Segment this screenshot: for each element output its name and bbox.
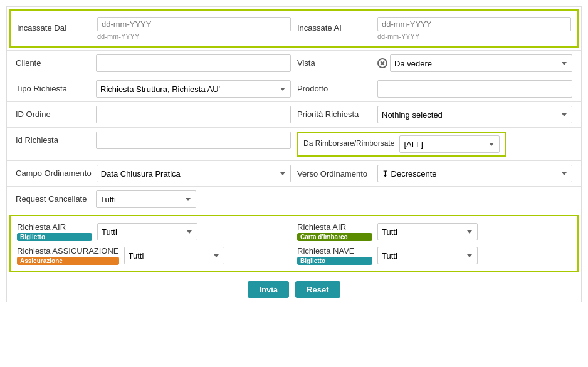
- air-biglietto-label: Richiesta AIR: [17, 222, 92, 232]
- bottom-section: Richiesta AIR Biglietto Tutti Richiesta …: [9, 215, 579, 272]
- nave-badge: Biglietto: [297, 257, 372, 265]
- campo-ordinamento-col: Campo Ordinamento Data Chiusura Pratica: [16, 165, 291, 182]
- prodotto-input[interactable]: [377, 80, 572, 98]
- vista-col: Vista Da vedere: [297, 54, 572, 72]
- air-carta-label: Richiesta AIR: [297, 222, 372, 232]
- air-biglietto-col: Richiesta AIR Biglietto Tutti: [17, 222, 291, 241]
- carta-badge: Carta d'imbarco: [297, 233, 372, 241]
- assicurazione-col: Richiesta ASSICURAZIONE Assicurazione Tu…: [17, 246, 291, 265]
- assicurazione-nave-row: Richiesta ASSICURAZIONE Assicurazione Tu…: [17, 244, 571, 267]
- vista-select[interactable]: Da vedere: [390, 54, 572, 72]
- assicurazione-select[interactable]: Tutti: [124, 247, 224, 264]
- idordine-priorita-row: ID Ordine Priorità Richiesta Nothing sel…: [7, 102, 581, 127]
- priorita-col: Priorità Richiesta Nothing selected: [297, 106, 572, 123]
- id-richiesta-col: Id Richiesta: [16, 132, 291, 149]
- verso-ordinamento-col: Verso Ordinamento ↧ Decrescente: [297, 165, 572, 182]
- tipo-richiesta-col: Tipo Richiesta Richiesta Struttura, Rich…: [16, 80, 291, 98]
- incassate-dal-label: Incassate Dal: [17, 23, 92, 34]
- request-cancellate-select[interactable]: Tutti: [96, 190, 196, 208]
- vista-select-wrapper: Da vedere: [377, 54, 572, 72]
- da-rimborsare-label: Da Rimborsare/Rimborsate: [303, 139, 394, 149]
- incassate-al-col: Incassate AI dd-mm-YYYY: [297, 17, 571, 40]
- campo-verso-row: Campo Ordinamento Data Chiusura Pratica …: [7, 161, 581, 186]
- incassate-al-label: Incassate AI: [297, 23, 372, 34]
- id-richiesta-label: Id Richiesta: [16, 135, 91, 146]
- incassate-dal-input[interactable]: [97, 17, 291, 31]
- assicurazione-label: Richiesta ASSICURAZIONE: [17, 246, 119, 256]
- circle-x-icon: [377, 58, 387, 68]
- air-biglietto-label-group: Richiesta AIR Biglietto: [17, 222, 92, 241]
- idrichiesta-rimborsare-row: Id Richiesta Da Rimborsare/Rimborsate [A…: [7, 128, 581, 160]
- prodotto-col: Prodotto: [297, 80, 572, 98]
- cliente-input[interactable]: [96, 54, 291, 72]
- cliente-label: Cliente: [16, 58, 91, 69]
- nave-col: Richiesta NAVE Biglietto Tutti: [297, 246, 571, 265]
- air-biglietto-select[interactable]: Tutti: [97, 223, 197, 240]
- button-row: Invia Reset: [7, 275, 581, 302]
- assicurazione-badge: Assicurazione: [17, 257, 119, 265]
- incassate-dal-hint: dd-mm-YYYY: [97, 33, 291, 40]
- air-carta-col: Richiesta AIR Carta d'imbarco Tutti: [297, 222, 571, 241]
- campo-ordinamento-label: Campo Ordinamento: [16, 168, 92, 179]
- da-rimborsare-col: Da Rimborsare/Rimborsate [ALL]: [297, 132, 572, 157]
- id-ordine-input[interactable]: [96, 106, 291, 123]
- nave-select[interactable]: Tutti: [377, 247, 478, 264]
- priorita-select[interactable]: Nothing selected: [377, 106, 572, 123]
- verso-ordinamento-label: Verso Ordinamento: [297, 169, 372, 178]
- priorita-label: Priorità Richiesta: [297, 110, 372, 120]
- incassate-al-input[interactable]: [377, 17, 571, 31]
- cliente-vista-row: Cliente Vista Da vedere: [7, 51, 581, 76]
- invia-button[interactable]: Invia: [248, 281, 289, 298]
- da-rimborsare-select[interactable]: [ALL]: [399, 135, 500, 153]
- cliente-col: Cliente: [16, 54, 291, 72]
- verso-ordinamento-select[interactable]: ↧ Decrescente: [377, 165, 572, 182]
- incassate-dal-wrapper: dd-mm-YYYY: [97, 17, 291, 40]
- incassate-al-hint: dd-mm-YYYY: [377, 33, 571, 40]
- campo-ordinamento-select[interactable]: Data Chiusura Pratica: [97, 165, 291, 182]
- tipo-richiesta-select[interactable]: Richiesta Struttura, Richiesta AU': [96, 80, 291, 98]
- nave-label-group: Richiesta NAVE Biglietto: [297, 246, 372, 265]
- id-ordine-col: ID Ordine: [16, 106, 291, 123]
- main-form: Incassate Dal dd-mm-YYYY Incassate AI dd…: [6, 6, 582, 302]
- tipo-richiesta-label: Tipo Richiesta: [16, 84, 91, 95]
- tipo-prodotto-row: Tipo Richiesta Richiesta Struttura, Rich…: [7, 76, 581, 101]
- request-cancellate-row: Request Cancellate Tutti: [7, 187, 581, 212]
- incassate-dal-col: Incassate Dal dd-mm-YYYY: [17, 17, 291, 40]
- assicurazione-label-group: Richiesta ASSICURAZIONE Assicurazione: [17, 246, 119, 265]
- incassate-section: Incassate Dal dd-mm-YYYY Incassate AI dd…: [9, 9, 579, 48]
- reset-button[interactable]: Reset: [295, 281, 340, 298]
- incassate-al-wrapper: dd-mm-YYYY: [377, 17, 571, 40]
- prodotto-label: Prodotto: [297, 84, 372, 95]
- air-carta-select[interactable]: Tutti: [377, 223, 478, 240]
- id-richiesta-input[interactable]: [96, 132, 291, 149]
- nave-label: Richiesta NAVE: [297, 246, 372, 256]
- request-cancellate-col: Request Cancellate Tutti: [16, 190, 291, 208]
- id-ordine-label: ID Ordine: [16, 110, 91, 120]
- air-row: Richiesta AIR Biglietto Tutti Richiesta …: [17, 220, 571, 244]
- biglietto-badge: Biglietto: [17, 233, 92, 241]
- request-cancellate-label: Request Cancellate: [16, 194, 91, 205]
- air-carta-label-group: Richiesta AIR Carta d'imbarco: [297, 222, 372, 241]
- da-rimborsare-highlighted: Da Rimborsare/Rimborsate [ALL]: [297, 132, 506, 157]
- vista-label: Vista: [297, 58, 372, 69]
